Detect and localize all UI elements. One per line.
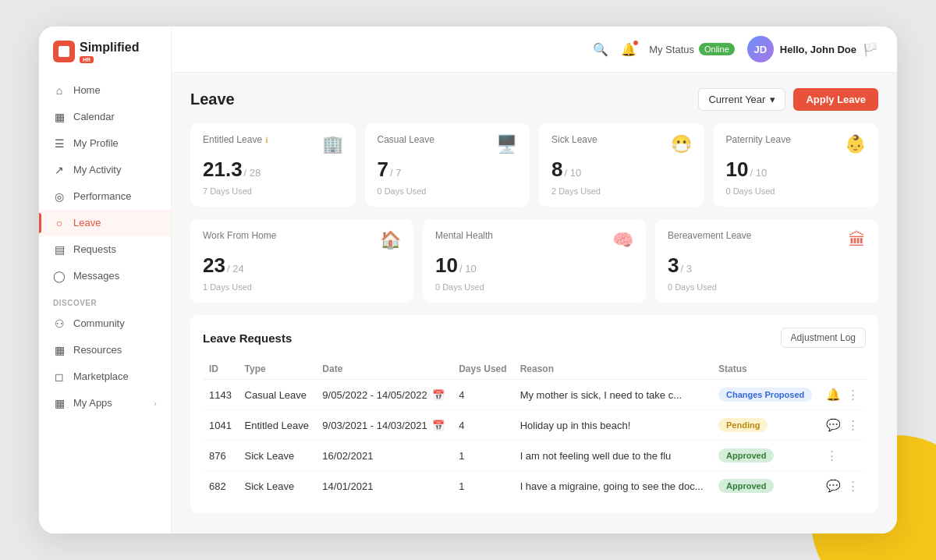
cell-id-0: 1143 <box>203 380 239 410</box>
cell-date-3: 14/01/2021 <box>316 471 452 502</box>
col-type: Type <box>239 359 317 380</box>
logo-area: Simplified HR <box>39 41 171 77</box>
cell-type-0: Casual Leave <box>239 380 317 410</box>
leave-cards-row1: Entitled Leave ℹ 🏢 21.3 / 28 7 Days Used… <box>190 123 878 207</box>
content-area: Leave Current Year ▾ Apply Leave Entitle… <box>172 73 897 533</box>
cell-status-3: Approved <box>712 471 820 502</box>
cell-reason-3: I have a migraine, going to see the doc.… <box>514 471 712 502</box>
sidebar-item-performance[interactable]: ◎ Performance <box>39 183 171 210</box>
mental-card-total: / 10 <box>459 263 477 275</box>
user-name: Hello, John Doe <box>780 44 856 55</box>
logo-badge: HR <box>80 56 94 63</box>
paternity-card-value: 10 <box>726 158 749 182</box>
cell-type-2: Sick Leave <box>239 441 317 471</box>
table-row: 1041 Entitled Leave 9/03/2021 - 14/03/20… <box>203 410 866 441</box>
casual-card-title: Casual Leave <box>378 134 434 145</box>
calendar-icon: ▦ <box>53 111 66 123</box>
sidebar-label-community: Community <box>73 317 125 329</box>
casual-card-total: / 7 <box>390 167 401 179</box>
notifications-icon[interactable]: 🔔 <box>621 42 636 57</box>
performance-icon: ◎ <box>53 190 66 203</box>
status-label: My Status <box>649 44 694 55</box>
entitled-card-total: / 28 <box>244 167 261 179</box>
sick-card-total: / 10 <box>564 167 581 179</box>
message-action-icon[interactable]: 💬 <box>826 418 841 432</box>
more-options-icon[interactable]: ⋮ <box>826 448 838 463</box>
cell-actions-0: 🔔 ⋮ <box>820 380 866 410</box>
sidebar-item-my-profile[interactable]: ☰ My Profile <box>39 130 171 157</box>
status-badge-3: Approved <box>718 479 774 493</box>
wfh-card-used: 1 Days Used <box>203 282 401 292</box>
main-panel: 🔍 🔔 My Status Online JD Hello, John Doe … <box>172 27 897 533</box>
notification-action-icon[interactable]: 🔔 <box>826 388 841 402</box>
more-options-icon[interactable]: ⋮ <box>847 418 859 432</box>
calendar-icon: 📅 <box>432 420 445 431</box>
wfh-card-icon: 🏠 <box>380 230 401 250</box>
sidebar-item-leave[interactable]: ○ Leave <box>39 210 171 236</box>
cell-status-2: Approved <box>712 441 820 471</box>
entitled-card-title: Entitled Leave <box>203 134 262 145</box>
bereavement-card-title: Bereavement Leave <box>668 230 751 241</box>
user-area[interactable]: JD Hello, John Doe 🏳️ <box>747 36 878 62</box>
avatar-initials: JD <box>753 44 767 55</box>
profile-icon: ☰ <box>53 137 66 150</box>
sidebar-item-calendar[interactable]: ▦ Calendar <box>39 104 171 130</box>
topbar: 🔍 🔔 My Status Online JD Hello, John Doe … <box>172 27 897 73</box>
cell-status-0: Changes Proposed <box>712 380 820 410</box>
entitled-card-icon: 🏢 <box>322 134 343 154</box>
sidebar-item-marketplace[interactable]: ◻ Marketplace <box>39 363 171 390</box>
sidebar-label-performance: Performance <box>73 190 131 202</box>
header-actions: Current Year ▾ Apply Leave <box>698 88 878 111</box>
sidebar-label-my-profile: My Profile <box>73 137 119 149</box>
marketplace-icon: ◻ <box>53 370 66 383</box>
adjustment-log-button[interactable]: Adjustment Log <box>781 328 866 348</box>
my-apps-icon: ▦ <box>53 397 66 409</box>
sidebar-item-my-apps[interactable]: ▦ My Apps › <box>39 390 171 416</box>
sidebar-label-requests: Requests <box>73 243 116 255</box>
sick-card-value: 8 <box>551 158 562 182</box>
sidebar-item-requests[interactable]: ▤ Requests <box>39 236 171 263</box>
leave-card-bereavement: Bereavement Leave 🏛 3 / 3 0 Days Used <box>655 219 878 303</box>
search-icon[interactable]: 🔍 <box>593 42 608 57</box>
col-days: Days Used <box>452 359 513 380</box>
calendar-icon: 📅 <box>432 389 445 401</box>
chevron-right-icon: › <box>154 399 157 408</box>
sidebar-label-calendar: Calendar <box>73 111 115 122</box>
requests-header: Leave Requests Adjustment Log <box>203 328 866 348</box>
community-icon: ⚇ <box>53 317 66 330</box>
leave-requests-table: ID Type Date Days Used Reason Status 114… <box>203 359 866 501</box>
logo-icon-inner <box>58 46 69 57</box>
table-row: 1143 Casual Leave 9/05/2022 - 14/05/2022… <box>203 380 866 410</box>
leave-card-wfh: Work From Home 🏠 23 / 24 1 Days Used <box>190 219 413 303</box>
cell-reason-0: My mother is sick, I need to take c... <box>514 380 712 410</box>
cell-reason-1: Holiday up in this beach! <box>514 410 712 441</box>
flag-icon: 🏳️ <box>863 42 878 57</box>
message-action-icon[interactable]: 💬 <box>826 479 841 493</box>
sidebar-item-my-activity[interactable]: ↗ My Activity <box>39 157 171 183</box>
cell-days-0: 4 <box>452 380 513 410</box>
status-area: My Status Online <box>649 43 735 55</box>
cell-days-2: 1 <box>452 441 513 471</box>
mental-card-icon: 🧠 <box>612 230 633 250</box>
more-options-icon[interactable]: ⋮ <box>847 388 859 402</box>
sidebar-item-messages[interactable]: ◯ Messages <box>39 263 171 289</box>
sidebar-label-my-apps: My Apps <box>73 397 112 409</box>
home-icon: ⌂ <box>53 84 66 97</box>
leave-card-mental: Mental Health 🧠 10 / 10 0 Days Used <box>423 219 646 303</box>
leave-requests-section: Leave Requests Adjustment Log ID Type Da… <box>190 315 878 513</box>
entitled-card-value: 21.3 <box>203 158 243 182</box>
table-row: 876 Sick Leave 16/02/2021 1 I am not fee… <box>203 441 866 471</box>
entitled-card-used: 7 Days Used <box>203 186 343 196</box>
more-options-icon[interactable]: ⋮ <box>847 479 859 493</box>
apply-leave-button[interactable]: Apply Leave <box>793 88 878 111</box>
page-title: Leave <box>190 90 235 108</box>
sidebar-item-home[interactable]: ⌂ Home <box>39 77 171 104</box>
sidebar-item-resources[interactable]: ▦ Resources <box>39 337 171 363</box>
sidebar-item-community[interactable]: ⚇ Community <box>39 310 171 337</box>
paternity-card-title: Paternity Leave <box>726 134 791 145</box>
sick-card-icon: 😷 <box>671 134 692 154</box>
cell-date-2: 16/02/2021 <box>316 441 452 471</box>
year-selector[interactable]: Current Year ▾ <box>698 88 785 111</box>
bereavement-card-value: 3 <box>668 253 679 278</box>
col-actions <box>820 359 866 380</box>
